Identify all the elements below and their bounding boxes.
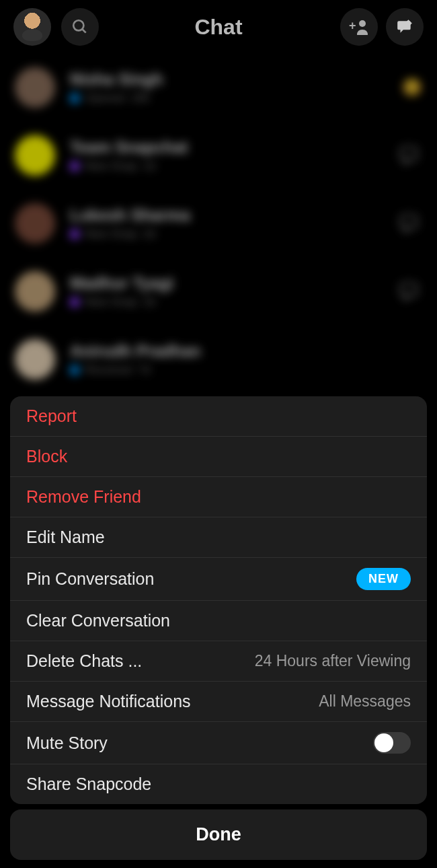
- done-button[interactable]: Done: [10, 809, 427, 860]
- chat-item[interactable]: Lokesh Sharma New Snap 2d: [0, 190, 437, 258]
- svg-rect-5: [401, 215, 417, 228]
- new-chat-button[interactable]: [386, 8, 424, 46]
- action-meta-text: All Messages: [319, 692, 411, 711]
- chat-info: Team Snapchat New Snap 1d: [70, 138, 381, 173]
- chat-avatar: [15, 67, 55, 108]
- svg-point-0: [73, 20, 83, 30]
- status-indicator-icon: [70, 365, 79, 375]
- add-friend-icon: +: [349, 19, 369, 35]
- smile-emoji-icon: 😊: [402, 78, 422, 97]
- chat-status-text: Opened: [85, 92, 126, 105]
- action-label: Mute Story: [26, 733, 108, 753]
- chat-avatar: [15, 135, 55, 176]
- chat-balloon-icon: [398, 213, 420, 234]
- action-label: Message Notifications: [26, 692, 191, 711]
- friend-action-sheet: Report Block Remove Friend Edit Name Pin…: [10, 396, 427, 804]
- header-right-group: +: [340, 8, 424, 46]
- action-label: Delete Chats ...: [26, 651, 142, 671]
- svg-text:+: +: [349, 19, 356, 32]
- chat-item[interactable]: Nisha Singh Opened 19h 😊: [0, 54, 437, 122]
- chat-item[interactable]: Madhur Tyagi New Snap 2d: [0, 258, 437, 326]
- action-label: Edit Name: [26, 528, 105, 547]
- edit-name-action[interactable]: Edit Name: [10, 517, 427, 558]
- action-label: Clear Conversation: [26, 611, 170, 630]
- status-indicator-icon: [70, 229, 79, 239]
- chat-time: 1d: [143, 159, 155, 173]
- chat-status-row: New Snap 1d: [70, 159, 381, 173]
- report-action[interactable]: Report: [10, 396, 427, 437]
- mute-story-action[interactable]: Mute Story: [10, 722, 427, 764]
- chat-header: Chat +: [0, 0, 437, 54]
- header-left-group: [13, 8, 99, 46]
- chat-status-text: Received: [85, 363, 132, 377]
- chat-name: Nisha Singh: [70, 70, 387, 89]
- chat-avatar: [15, 271, 55, 312]
- add-friend-button[interactable]: +: [340, 8, 378, 46]
- chat-balloon-icon: [398, 145, 420, 166]
- remove-friend-action[interactable]: Remove Friend: [10, 477, 427, 517]
- chat-list: Nisha Singh Opened 19h 😊 Team Snapchat N…: [0, 54, 437, 394]
- bitmoji-avatar-icon: [17, 11, 48, 42]
- chat-item[interactable]: Team Snapchat New Snap 1d: [0, 122, 437, 190]
- done-label: Done: [196, 824, 241, 844]
- toggle-knob-icon: [374, 733, 393, 752]
- svg-line-1: [82, 29, 85, 32]
- status-indicator-icon: [70, 94, 79, 103]
- share-snapcode-action[interactable]: Share Snapcode: [10, 764, 427, 804]
- chat-status-text: New Snap: [85, 295, 137, 309]
- chat-name: Anirudh Pradhan: [70, 342, 422, 361]
- svg-rect-4: [401, 147, 417, 160]
- chat-time: 19h: [131, 92, 150, 105]
- chat-status-text: New Snap: [85, 159, 137, 173]
- chat-time: 2d: [143, 227, 155, 241]
- chat-time: 2d: [143, 295, 155, 309]
- page-title: Chat: [194, 15, 242, 40]
- svg-point-3: [359, 20, 366, 27]
- chat-status-row: New Snap 2d: [70, 295, 381, 309]
- clear-conversation-action[interactable]: Clear Conversation: [10, 601, 427, 641]
- new-badge: NEW: [356, 568, 411, 590]
- chat-avatar: [15, 339, 55, 379]
- new-chat-icon: [396, 18, 413, 36]
- action-meta-text: 24 Hours after Viewing: [255, 652, 411, 670]
- chat-balloon-icon: [398, 281, 420, 302]
- chat-info: Madhur Tyagi New Snap 2d: [70, 274, 381, 309]
- search-icon: [71, 18, 89, 36]
- chat-item[interactable]: Anirudh Pradhan Received 7d: [0, 326, 437, 394]
- action-label: Report: [26, 406, 77, 426]
- svg-rect-6: [401, 283, 417, 296]
- delete-chats-action[interactable]: Delete Chats ... 24 Hours after Viewing: [10, 641, 427, 682]
- chat-avatar: [15, 203, 55, 244]
- chat-status-row: Received 7d: [70, 363, 422, 377]
- mute-story-toggle[interactable]: [373, 732, 411, 754]
- chat-status-row: New Snap 2d: [70, 227, 381, 241]
- chat-name: Lokesh Sharma: [70, 206, 381, 225]
- chat-info: Nisha Singh Opened 19h: [70, 70, 387, 105]
- action-label: Pin Conversation: [26, 569, 154, 589]
- chat-balloon-button[interactable]: [395, 210, 422, 237]
- pin-conversation-action[interactable]: Pin Conversation NEW: [10, 558, 427, 601]
- chat-info: Lokesh Sharma New Snap 2d: [70, 206, 381, 241]
- profile-avatar-button[interactable]: [13, 8, 51, 46]
- status-indicator-icon: [70, 297, 79, 307]
- chat-status-row: Opened 19h: [70, 92, 387, 105]
- search-button[interactable]: [61, 8, 99, 46]
- action-label: Remove Friend: [26, 487, 141, 507]
- chat-info: Anirudh Pradhan Received 7d: [70, 342, 422, 377]
- chat-balloon-button[interactable]: [395, 142, 422, 169]
- chat-balloon-button[interactable]: [395, 278, 422, 305]
- status-indicator-icon: [70, 161, 79, 171]
- block-action[interactable]: Block: [10, 437, 427, 477]
- chat-name: Team Snapchat: [70, 138, 381, 157]
- action-label: Share Snapcode: [26, 774, 151, 794]
- action-label: Block: [26, 447, 67, 466]
- chat-time: 7d: [138, 363, 151, 377]
- message-notifications-action[interactable]: Message Notifications All Messages: [10, 682, 427, 722]
- chat-name: Madhur Tyagi: [70, 274, 381, 293]
- chat-status-text: New Snap: [85, 227, 137, 241]
